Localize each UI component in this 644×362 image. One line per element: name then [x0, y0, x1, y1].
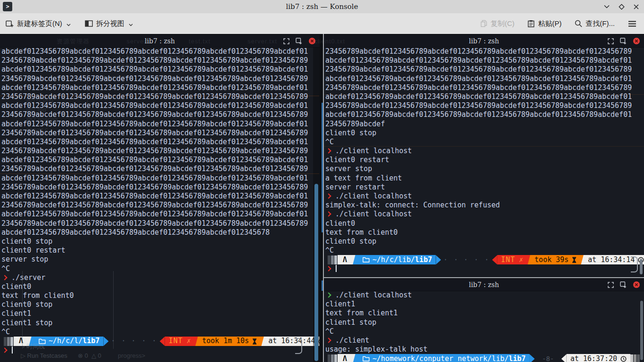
exit-status-segment: INT✗ — [165, 337, 195, 346]
close-view-icon[interactable] — [633, 37, 640, 45]
pane-header[interactable]: lib7 : zsh — [324, 35, 644, 48]
ghost-background-text: -8- — [542, 354, 554, 362]
maximize-view-icon[interactable] — [608, 282, 614, 288]
split-view-button[interactable]: 拆分视图 — [85, 19, 133, 28]
terminal-input-line — [325, 264, 644, 273]
terminal-output-line: abcdef0123456789abcdef0123456789abcdef01… — [325, 74, 644, 83]
prompt-bar: Λ~/homework/conputer_network/lib/lib7-8-… — [325, 354, 644, 362]
terminal-output-line: server stop — [325, 165, 644, 173]
pane-title: lib7 : zsh — [324, 279, 644, 291]
terminal-output-line: abcdef0123456789abcdef0123456789abcdef01… — [1, 192, 320, 201]
pane-header[interactable]: lib7 : zsh — [0, 35, 320, 48]
vertical-splitter[interactable] — [323, 34, 324, 362]
terminal-output-line: abcdef0123456789abcdef0123456789abcdef01… — [325, 110, 644, 119]
horizontal-splitter[interactable] — [324, 277, 644, 278]
detach-view-icon[interactable] — [620, 281, 627, 288]
terminal-output-line: client0 — [1, 282, 320, 291]
detach-view-icon[interactable] — [296, 38, 302, 44]
find-button[interactable]: 查找(F)... — [575, 19, 615, 28]
new-tab-icon — [6, 20, 14, 27]
terminal-output-line: 23456789abcdef0123456789abcdef0123456789… — [1, 165, 320, 173]
titlebar[interactable]: > lib7 : zsh — Konsole — [0, 0, 644, 14]
terminal-command-line: ./client localhost — [325, 210, 644, 219]
paste-button[interactable]: 粘贴(P) — [528, 19, 561, 28]
diamond-icon — [619, 4, 625, 10]
terminal-output-line: text from client0 — [325, 228, 644, 237]
terminal-pane-left: lib7 : zsh abcdef0123456789abcdef0123456… — [0, 35, 320, 362]
os-logo-icon: Λ — [14, 337, 28, 346]
duration-segment: took 39s — [531, 255, 580, 264]
terminal-output-line: client0 stop — [325, 129, 644, 138]
window-title: lib7 : zsh — Konsole — [0, 0, 644, 13]
terminal-output-line: text from client1 — [325, 309, 644, 318]
pane-edge-highlight — [322, 103, 323, 232]
terminal-command-line: ./client localhost — [325, 291, 644, 300]
terminal-output[interactable]: abcdef0123456789abcdef0123456789abcdef01… — [1, 47, 320, 362]
terminal-output-line: 23456789abcdef0123456789abcdef0123456789… — [1, 74, 320, 83]
os-logo-icon: Λ — [338, 255, 352, 264]
terminal-command-line: ./server — [1, 273, 320, 282]
chevron-down-icon — [66, 24, 71, 26]
time-segment: at 16:37:20 — [567, 354, 630, 362]
detach-view-icon[interactable] — [620, 38, 627, 44]
minimize-button[interactable] — [603, 3, 610, 10]
prompt-bar: Λ~/h/c/l/lib7· ·· · ·INT✗took 1m 10sat 1… — [1, 337, 320, 346]
terminal-output-line: client1 stop — [1, 319, 320, 328]
terminal-output-line: abcdef0123456789abcdef0123456789abcdef01… — [1, 101, 320, 110]
terminal-output-line: server restart — [325, 183, 644, 192]
terminal-output-line: 23456789abcdef0123456789abcdef0123456789… — [1, 201, 320, 210]
terminal-output-line: abcdef0123456789abcdef0123456789abcdef01… — [325, 92, 644, 101]
prompt-chevron-icon — [326, 148, 331, 153]
terminal-pane-right-bottom: lib7 : zsh ./client localhostclient1text… — [324, 279, 644, 362]
terminal-output-line: abcdef0123456789abcdef0123456789abcdef01… — [1, 228, 320, 237]
terminal-output-line: usage: simplex-talk host — [325, 345, 644, 354]
find-label: 查找(F)... — [586, 19, 615, 28]
prompt-chevron-icon — [326, 337, 331, 343]
maximize-view-icon[interactable] — [283, 38, 289, 44]
terminal-output-line: client0 stop — [1, 237, 320, 246]
terminal-output-line: client0 stop — [325, 237, 644, 246]
terminal-output-line: 23456789abcdef0123456789abcdef0123456789… — [1, 92, 320, 101]
prompt-chevron-icon — [326, 212, 331, 217]
terminal-output-line: client1 stop — [325, 318, 644, 327]
terminal-output[interactable]: ./client localhostclient1text from clien… — [325, 291, 644, 362]
terminal-output[interactable]: 23456789abcdef0123456789abcdef0123456789… — [325, 47, 644, 277]
menu-button[interactable] — [628, 21, 636, 27]
cwd-segment: ~/h/c/l/lib7 — [32, 337, 103, 346]
terminal-output-line: 23456789abcdef0123456789abcdef0123456789… — [1, 110, 320, 119]
new-tab-button[interactable]: 新建标签页(N) — [6, 19, 71, 28]
terminal-input-line — [1, 346, 320, 355]
terminal-output-line: client0 restart — [325, 156, 644, 165]
scrollbar-thumb-left-pane[interactable] — [314, 184, 318, 361]
maximize-button[interactable] — [618, 3, 625, 10]
terminal-output-line: ^C — [325, 138, 644, 147]
terminal-output-line: a text from client — [325, 174, 644, 183]
split-view-icon — [85, 20, 93, 27]
terminal-pane-right-top: lib7 : zsh 23456789abcdef0123456789abcde… — [324, 35, 644, 277]
scrollbar-thumb-right-top-pane[interactable] — [640, 259, 643, 274]
terminal-output-line: ^C — [325, 246, 644, 255]
text-cursor — [336, 265, 337, 272]
terminal-output-line: client1 — [325, 300, 644, 309]
terminal-output-line: ^C — [1, 264, 320, 273]
terminal-output-line: abcdef0123456789abcdef0123456789abcdef01… — [1, 65, 320, 74]
close-button[interactable] — [633, 3, 639, 10]
terminal-output-line: 23456789abcdef0123456789abcdef0123456789… — [1, 147, 320, 156]
prompt-chevron-icon — [2, 347, 7, 353]
close-view-icon[interactable] — [308, 37, 316, 45]
pane-header[interactable]: lib7 : zsh — [324, 279, 644, 291]
pane-title: lib7 : zsh — [324, 35, 644, 47]
time-segment: at 16:34:44 — [264, 337, 320, 346]
terminal-output-line: client0 stop — [1, 300, 320, 309]
search-icon — [575, 20, 582, 27]
chevron-down-icon — [129, 24, 133, 26]
prompt-chevron-icon — [326, 193, 331, 198]
prompt-chevron-icon — [2, 275, 7, 280]
scrollbar-thumb-right-bottom-pane[interactable] — [640, 301, 643, 360]
exit-status-segment: INT✗ — [497, 255, 527, 264]
pane-edge-highlight — [322, 280, 323, 291]
prompt-frame-bracket — [631, 256, 638, 272]
maximize-view-icon[interactable] — [608, 38, 614, 44]
terminal-output-line: client0 restart — [1, 246, 320, 255]
close-view-icon[interactable] — [633, 281, 640, 288]
